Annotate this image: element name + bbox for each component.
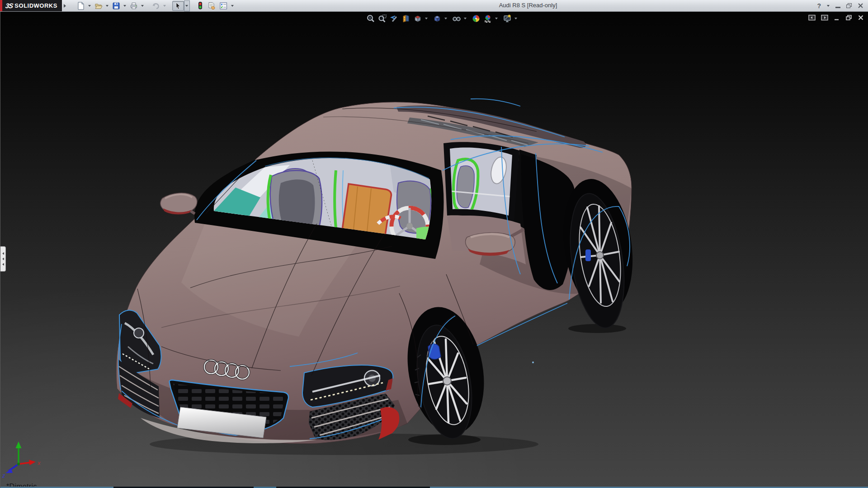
print-dropdown[interactable] bbox=[140, 0, 146, 11]
open-dropdown[interactable] bbox=[104, 0, 110, 11]
zoom-to-area-button[interactable] bbox=[377, 13, 388, 24]
section-view-button[interactable] bbox=[400, 13, 411, 24]
print-button[interactable] bbox=[128, 1, 140, 11]
view-orientation-button[interactable] bbox=[412, 13, 423, 24]
select-dropdown[interactable] bbox=[184, 0, 190, 11]
zoom-to-area-icon bbox=[378, 14, 387, 23]
show-left-pane-button[interactable] bbox=[808, 14, 816, 21]
graphics-viewport[interactable]: x z *Dimetric bbox=[0, 11, 868, 488]
section-view-icon bbox=[401, 14, 410, 23]
toolbar-group-edit bbox=[150, 0, 168, 11]
hide-show-items-button[interactable] bbox=[451, 13, 462, 24]
zoom-to-fit-button[interactable] bbox=[365, 13, 376, 24]
open-button[interactable] bbox=[93, 1, 104, 11]
save-icon bbox=[112, 2, 120, 10]
hide-show-items-icon bbox=[452, 14, 461, 23]
view-settings-dropdown[interactable] bbox=[513, 13, 518, 24]
main-toolbar bbox=[75, 0, 240, 11]
solidworks-logo: 3S SOLIDWORKS bbox=[2, 0, 62, 11]
edit-appearance-icon bbox=[472, 14, 481, 23]
display-style-button[interactable] bbox=[431, 13, 443, 24]
toolbar-group-tools bbox=[194, 0, 236, 11]
close-icon[interactable] bbox=[858, 3, 863, 9]
feature-pane-collapse-tab[interactable] bbox=[0, 246, 6, 272]
new-button[interactable] bbox=[75, 1, 87, 11]
select-button[interactable] bbox=[172, 1, 184, 11]
front-brake-caliper bbox=[428, 344, 441, 359]
doc-restore-button[interactable] bbox=[845, 14, 852, 21]
reference-triad: x z bbox=[1, 438, 44, 481]
3d-model-audi-r8[interactable] bbox=[0, 11, 868, 488]
solidworks-logo-text: SOLIDWORKS bbox=[14, 2, 57, 9]
toolbar-group-select bbox=[172, 0, 190, 11]
window-controls: ? bbox=[817, 0, 863, 11]
undo-dropdown[interactable] bbox=[162, 0, 168, 11]
left-mirror[interactable] bbox=[160, 193, 197, 214]
hide-show-items-dropdown[interactable] bbox=[462, 13, 467, 24]
minimize-icon[interactable] bbox=[835, 7, 840, 8]
save-button[interactable] bbox=[110, 1, 122, 11]
previous-view-icon bbox=[390, 14, 399, 23]
view-orientation-icon bbox=[413, 14, 422, 23]
rear-brake-caliper bbox=[585, 249, 591, 261]
window-title: Audi R8 S [Read-only] bbox=[499, 2, 557, 9]
display-style-icon bbox=[433, 14, 442, 23]
undo-button[interactable] bbox=[150, 1, 162, 11]
select-icon bbox=[174, 2, 182, 10]
title-bar: 3S SOLIDWORKS bbox=[0, 0, 868, 12]
display-style-dropdown[interactable] bbox=[443, 13, 448, 24]
edit-appearance-button[interactable] bbox=[470, 13, 481, 24]
stray-vertex-dot bbox=[532, 361, 534, 363]
open-icon bbox=[94, 2, 103, 10]
doc-minimize-icon bbox=[834, 14, 840, 21]
panel-right-icon bbox=[821, 14, 828, 21]
menu-expand-icon[interactable] bbox=[64, 4, 66, 8]
toolbar-group-file bbox=[75, 0, 146, 11]
rebuild-icon bbox=[197, 1, 204, 10]
view-orientation-dropdown[interactable] bbox=[424, 13, 429, 24]
show-right-pane-button[interactable] bbox=[821, 14, 828, 21]
options-button[interactable] bbox=[218, 1, 230, 11]
restore-icon[interactable] bbox=[846, 3, 852, 8]
apply-scene-dropdown[interactable] bbox=[494, 13, 499, 24]
options-icon bbox=[219, 2, 228, 10]
zoom-to-fit-icon bbox=[366, 14, 375, 23]
doc-close-icon bbox=[858, 14, 864, 21]
panel-left-icon bbox=[808, 14, 816, 21]
view-settings-button[interactable] bbox=[501, 13, 513, 24]
doc-minimize-button[interactable] bbox=[834, 14, 840, 21]
previous-view-button[interactable] bbox=[388, 13, 400, 24]
options-dropdown[interactable] bbox=[230, 0, 236, 11]
new-dropdown[interactable] bbox=[87, 0, 93, 11]
file-properties-button[interactable] bbox=[206, 1, 218, 11]
doc-restore-icon bbox=[845, 14, 852, 21]
save-dropdown[interactable] bbox=[122, 0, 128, 11]
undo-icon bbox=[151, 2, 160, 10]
side-window[interactable] bbox=[443, 142, 519, 223]
rebuild-button[interactable] bbox=[194, 1, 206, 11]
triad-z-label: z bbox=[2, 472, 5, 479]
door-interior[interactable] bbox=[446, 142, 518, 219]
apply-scene-icon bbox=[483, 14, 492, 23]
view-settings-icon bbox=[503, 14, 512, 23]
apply-scene-button[interactable] bbox=[482, 13, 493, 24]
new-document-icon bbox=[77, 2, 85, 10]
file-properties-icon bbox=[208, 2, 216, 10]
triad-x-label: x bbox=[37, 460, 41, 466]
triad-z-axis bbox=[9, 464, 19, 471]
heads-up-view-toolbar bbox=[365, 13, 518, 24]
print-icon bbox=[130, 2, 138, 10]
document-window-controls bbox=[808, 14, 864, 21]
doc-close-button[interactable] bbox=[858, 14, 864, 21]
solidworks-logo-mark: 3S bbox=[5, 2, 14, 9]
help-button[interactable]: ? bbox=[817, 2, 821, 9]
help-dropdown[interactable] bbox=[827, 5, 830, 7]
